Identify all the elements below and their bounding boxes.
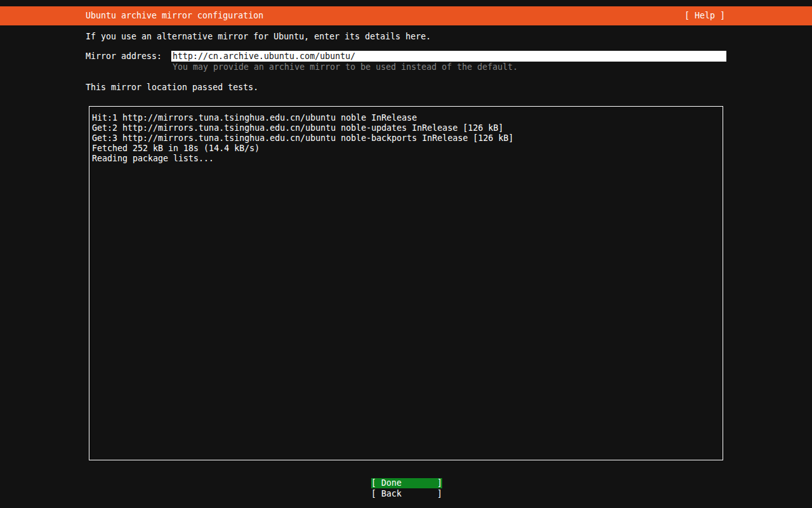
installer-screen: Ubuntu archive mirror configuration [ He… [0, 0, 812, 508]
intro-text: If you use an alternative mirror for Ubu… [86, 32, 431, 42]
mirror-address-label: Mirror address: [86, 51, 162, 62]
titlebar: Ubuntu archive mirror configuration [ He… [0, 6, 812, 25]
apt-log-box: Hit:1 http://mirrors.tuna.tsinghua.edu.c… [89, 106, 723, 460]
done-button[interactable]: [ Done ] [371, 478, 442, 488]
log-line: Fetched 252 kB in 18s (14.4 kB/s) [92, 144, 720, 154]
page-title: Ubuntu archive mirror configuration [86, 11, 263, 21]
log-line: Reading package lists... [92, 154, 720, 164]
help-button[interactable]: [ Help ] [684, 11, 725, 21]
log-line: Get:2 http://mirrors.tuna.tsinghua.edu.c… [92, 123, 720, 133]
log-line: Hit:1 http://mirrors.tuna.tsinghua.edu.c… [92, 113, 720, 123]
log-line: Get:3 http://mirrors.tuna.tsinghua.edu.c… [92, 133, 720, 144]
mirror-address-hint: You may provide an archive mirror to be … [173, 62, 518, 72]
mirror-address-input[interactable] [171, 51, 726, 62]
back-button[interactable]: [ Back ] [371, 489, 442, 499]
mirror-status-text: This mirror location passed tests. [86, 83, 258, 93]
